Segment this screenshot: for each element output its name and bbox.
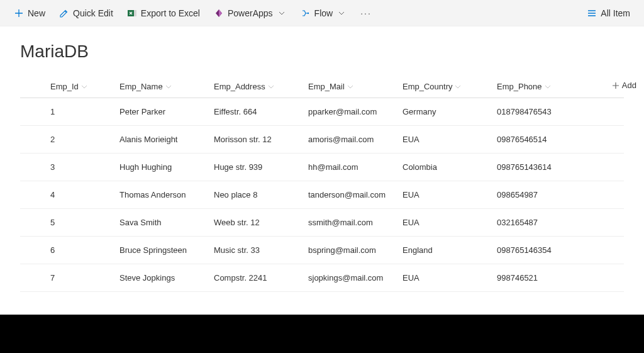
page-title: MariaDB [20,42,624,62]
table-row[interactable]: 1Peter ParkerEiffestr. 664pparker@mail.c… [20,98,624,126]
add-column-label: Add [622,81,636,90]
cell-name: Alanis Morieight [114,135,209,144]
list-icon [587,8,597,18]
column-header-country-label: Emp_Country [402,82,452,91]
column-header-mail-label: Emp_Mail [308,82,345,91]
table-row[interactable]: 2Alanis MorieightMorisson str. 12amoris@… [20,126,624,154]
cell-name: Hugh Hughing [114,162,209,172]
list-header: Emp_Id Emp_Name Emp_Address Emp_Mail [20,77,624,98]
plus-icon [612,82,619,89]
column-header-address[interactable]: Emp_Address [214,82,274,91]
powerapps-label: PowerApps [228,8,273,18]
cell-country: EUA [397,190,492,199]
export-excel-label: Export to Excel [141,8,200,18]
cell-phone: 098765146354 [492,245,586,255]
cell-mail: tanderson@mail.com [303,190,397,199]
command-bar: New Quick Edit Export to Excel PowerApps… [0,0,644,26]
chevron-down-icon [165,84,172,90]
column-header-name-label: Emp_Name [119,82,163,91]
excel-icon [127,8,137,18]
cell-phone: 098765143614 [492,162,586,172]
content-area: MariaDB Emp_Id Emp_Name Emp_Address [0,26,644,292]
cell-mail: bspring@mail.com [303,245,397,255]
cell-addr: Morisson str. 12 [209,135,303,144]
cell-phone: 098654987 [492,190,586,199]
cell-id: 3 [20,162,114,172]
svg-point-2 [307,12,308,13]
cell-phone: 018798476543 [492,107,586,116]
column-header-address-label: Emp_Address [214,82,265,91]
quick-edit-label: Quick Edit [73,8,113,18]
column-header-name[interactable]: Emp_Name [119,82,172,91]
cell-country: Colombia [397,162,492,172]
list-body: 1Peter ParkerEiffestr. 664pparker@mail.c… [20,98,624,292]
svg-rect-1 [134,10,136,16]
flow-label: Flow [314,8,333,18]
new-label: New [28,8,45,18]
cell-id: 1 [20,107,114,116]
cell-phone: 998746521 [492,273,586,283]
cell-id: 2 [20,135,114,144]
add-column-button[interactable]: Add [612,81,636,90]
cell-addr: Huge str. 939 [209,162,303,172]
column-header-country[interactable]: Emp_Country [402,82,461,91]
column-header-phone[interactable]: Emp_Phone [497,82,551,91]
view-selector-button[interactable]: All Item [580,4,636,22]
cell-addr: Compstr. 2241 [209,273,303,283]
quick-edit-button[interactable]: Quick Edit [53,4,119,22]
powerapps-button[interactable]: PowerApps [208,4,293,22]
cell-id: 7 [20,273,114,283]
cell-addr: Neo place 8 [209,190,303,199]
table-row[interactable]: 4Thomas AndersonNeo place 8tanderson@mai… [20,181,624,209]
cell-name: Bruce Springsteen [114,245,209,255]
cell-phone: 09876546514 [492,135,586,144]
powerapps-icon [214,8,224,18]
column-header-mail[interactable]: Emp_Mail [308,82,353,91]
chevron-down-icon [277,8,287,18]
cell-name: Steve Jopkings [114,273,209,283]
cell-mail: ssmith@mail.com [303,218,397,227]
column-header-id-label: Emp_Id [50,82,79,91]
cell-mail: hh@mail.com [303,162,397,172]
cell-id: 6 [20,245,114,255]
chevron-down-icon [347,84,353,90]
column-header-phone-label: Emp_Phone [497,82,542,91]
cell-addr: Eiffestr. 664 [209,107,303,116]
list-view: Emp_Id Emp_Name Emp_Address Emp_Mail [20,77,624,292]
cell-country: EUA [397,135,492,144]
footer-area [0,315,644,353]
cell-addr: Weeb str. 12 [209,218,303,227]
cell-country: Germany [397,107,492,116]
cell-country: EUA [397,273,492,283]
cell-addr: Music str. 33 [209,245,303,255]
flow-button[interactable]: Flow [294,4,353,22]
chevron-down-icon [545,84,551,90]
cell-name: Peter Parker [114,107,209,116]
chevron-down-icon [455,84,461,90]
cell-mail: pparker@mail.com [303,107,397,116]
cell-country: EUA [397,218,492,227]
chevron-down-icon [336,8,347,18]
plus-icon [14,8,24,18]
export-excel-button[interactable]: Export to Excel [121,4,206,22]
flow-icon [301,8,311,18]
table-row[interactable]: 7Steve JopkingsCompstr. 2241sjopkings@ma… [20,264,624,292]
cell-id: 4 [20,190,114,199]
chevron-down-icon [81,84,87,90]
edit-icon [59,8,69,18]
column-header-id[interactable]: Emp_Id [50,82,87,91]
cell-id: 5 [20,218,114,227]
chevron-down-icon [268,84,274,90]
view-selector-label: All Item [601,8,630,18]
cell-mail: sjopkings@mail.com [303,273,397,283]
cell-country: England [397,245,492,255]
cell-name: Sava Smith [114,218,209,227]
cell-phone: 032165487 [492,218,586,227]
new-button[interactable]: New [8,4,52,22]
table-row[interactable]: 5Sava SmithWeeb str. 12ssmith@mail.comEU… [20,209,624,237]
cell-mail: amoris@mail.com [303,135,397,144]
more-actions-button[interactable]: ··· [354,4,378,22]
cell-name: Thomas Anderson [114,190,209,199]
table-row[interactable]: 3Hugh HughingHuge str. 939hh@mail.comCol… [20,154,624,181]
table-row[interactable]: 6Bruce SpringsteenMusic str. 33bspring@m… [20,237,624,264]
